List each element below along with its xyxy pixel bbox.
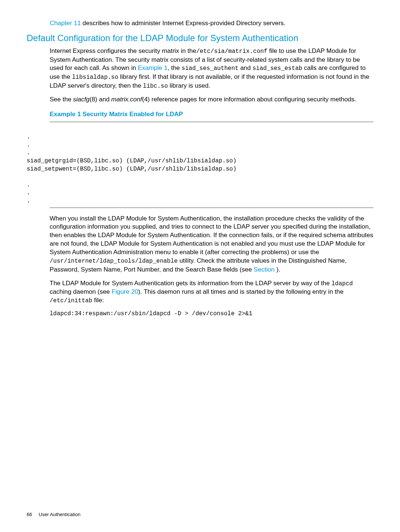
p4-t4: file: (92, 297, 104, 304)
p1-code5: libc.so (143, 83, 168, 90)
p2-it1: siacfg (73, 96, 89, 103)
page-footer: 66User Authentication (27, 512, 80, 517)
p1-code4: libsialdap.so (72, 74, 119, 81)
divider-bottom (50, 208, 373, 208)
page-number: 66 (27, 512, 32, 517)
p1-code3: siad_ses_estab (253, 65, 302, 72)
footer-title: User Authentication (39, 512, 80, 517)
top-paragraph-rest: describes how to administer Internet Exp… (81, 20, 286, 27)
p2-t3: (4) reference pages for more information… (142, 96, 356, 103)
top-paragraph: Chapter 11 describes how to administer I… (50, 19, 373, 28)
paragraph-1: Internet Express configures the security… (50, 47, 373, 90)
code-line: ldapcd:34:respawn:/usr/sbin/ldapcd -D > … (27, 310, 373, 317)
p3-t3: ). (276, 266, 280, 273)
code-block: . . . siad_getgrgid=(BSD,libc.so) (LDAP,… (27, 133, 373, 205)
p1-t4: and (239, 64, 253, 71)
paragraph-3: When you install the LDAP Module for Sys… (50, 215, 373, 274)
p4-t2: caching daemon (see (50, 288, 111, 295)
p1-t7: library is used. (168, 82, 210, 89)
p1-code1: /etc/sia/matrix.conf (196, 48, 267, 55)
p3-t1: When you install the LDAP Module for Sys… (50, 215, 373, 256)
p2-it2: matrix.conf (111, 96, 142, 103)
section-link[interactable]: Section (254, 266, 276, 273)
figure-link[interactable]: Figure 20 (111, 288, 138, 295)
p4-code1: ldapcd (331, 280, 353, 287)
paragraph-2: See the siacfg(8) and matrix.conf(4) ref… (50, 95, 373, 104)
chapter-link[interactable]: Chapter 11 (50, 20, 81, 27)
section-heading: Default Configuration for the LDAP Modul… (27, 33, 373, 43)
p3-code1: /usr/internet/ldap_tools/ldap_enable (50, 258, 178, 265)
p4-t1: The LDAP Module for System Authenticatio… (50, 280, 331, 287)
p1-code2: siad_ses_authent (181, 65, 239, 72)
p1-t3: , the (167, 64, 181, 71)
p2-t2: (8) and (90, 96, 111, 103)
p1-t1: Internet Express configures the security… (50, 47, 196, 54)
p4-code2: /etc/inittab (50, 297, 92, 304)
divider-top (50, 122, 373, 122)
example-heading: Example 1 Security Matrix Enabled for LD… (50, 111, 373, 118)
p4-t3: ). This daemon runs at all times and is … (138, 288, 343, 295)
paragraph-4: The LDAP Module for System Authenticatio… (50, 279, 373, 305)
p2-t1: See the (50, 96, 73, 103)
example-link[interactable]: Example 1 (138, 64, 167, 71)
